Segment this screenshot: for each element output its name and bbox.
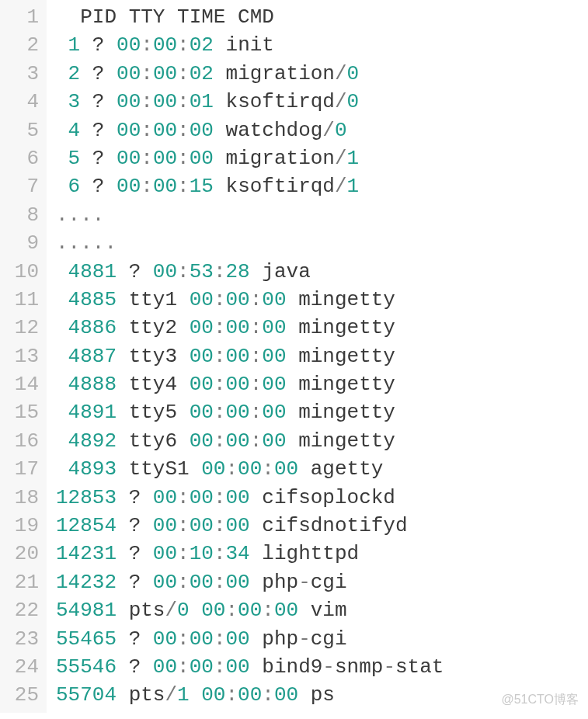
token: [56, 288, 68, 311]
code-line: 4881 ? 00:53:28 java: [56, 258, 444, 286]
token: PID: [80, 5, 117, 29]
token: [56, 401, 68, 424]
token: pts: [129, 683, 165, 707]
token: [117, 288, 129, 311]
token: 00: [153, 571, 177, 594]
token: bind9: [262, 655, 322, 679]
code-line: 12854 ? 00:00:00 cifsdnotifyd: [56, 512, 444, 540]
token: 00: [153, 90, 177, 113]
token: tty3: [129, 345, 177, 368]
token: [141, 542, 153, 565]
line-number: 9: [5, 229, 39, 257]
code-line: 2 ? 00:00:02 migration/0: [56, 60, 444, 88]
token: 4885: [68, 288, 117, 311]
token: [56, 429, 68, 453]
token: 00: [274, 457, 298, 481]
token: [177, 345, 190, 368]
token: 53: [190, 260, 214, 283]
token: 00: [117, 175, 141, 198]
token: lighttpd: [262, 542, 359, 565]
token: 00: [226, 401, 250, 424]
token: 10: [190, 542, 214, 565]
token: [117, 316, 129, 339]
token: :: [177, 260, 190, 283]
token: [80, 90, 92, 113]
token: [298, 683, 311, 707]
token: 00: [190, 119, 214, 142]
token: 4881: [68, 260, 117, 283]
line-number: 21: [5, 568, 39, 596]
token: 00: [153, 62, 177, 85]
token: pts: [129, 599, 165, 622]
token: :: [177, 33, 190, 57]
token: [56, 345, 68, 368]
token: tty6: [129, 429, 177, 453]
token: 4893: [68, 457, 117, 481]
token: ?: [129, 514, 141, 537]
token: mingetty: [298, 288, 395, 311]
token: :: [177, 62, 190, 85]
token: 00: [201, 599, 225, 622]
token: [117, 401, 129, 424]
token: ?: [129, 542, 141, 565]
token: [117, 457, 129, 481]
token: [250, 571, 263, 594]
code-line: 12853 ? 00:00:00 cifsoplockd: [56, 484, 444, 512]
token: ....: [56, 203, 104, 227]
token: 2: [68, 62, 81, 85]
token: :: [250, 316, 263, 339]
token: 00: [153, 514, 177, 537]
token: ?: [92, 147, 105, 170]
token: [214, 62, 226, 85]
token: mingetty: [298, 316, 395, 339]
token: 02: [190, 62, 214, 85]
token: :: [177, 571, 190, 594]
token: [250, 542, 263, 565]
code-line: 54981 pts/0 00:00:00 vim: [56, 596, 444, 624]
token: [177, 288, 190, 311]
token: ?: [92, 175, 105, 198]
line-number: 11: [5, 286, 39, 314]
token: :: [177, 627, 190, 651]
token: 00: [262, 345, 286, 368]
token: 00: [226, 429, 250, 453]
token: :: [177, 147, 190, 170]
token: migration: [226, 147, 335, 170]
token: 00: [190, 288, 214, 311]
code-line: 55704 pts/1 00:00:00 ps: [56, 681, 444, 709]
token: ttyS1: [129, 457, 190, 481]
token: mingetty: [298, 429, 395, 453]
token: [298, 599, 311, 622]
line-number: 17: [5, 455, 39, 483]
token: -: [383, 655, 395, 679]
token: [80, 62, 92, 85]
line-number: 1: [5, 3, 39, 31]
code-line: ....: [56, 201, 444, 229]
token: [165, 5, 177, 29]
token: [56, 5, 80, 29]
token: [117, 514, 129, 537]
token: [225, 5, 238, 29]
token: java: [262, 260, 310, 283]
token: ?: [129, 627, 141, 651]
token: [190, 457, 202, 481]
token: [56, 147, 68, 170]
line-number: 16: [5, 427, 39, 455]
token: mingetty: [298, 345, 395, 368]
code-line: 4 ? 00:00:00 watchdog/0: [56, 116, 444, 144]
token: 00: [190, 514, 214, 537]
token: ps: [311, 683, 335, 707]
code-line: PID TTY TIME CMD: [56, 3, 444, 31]
token: :: [262, 683, 274, 707]
token: /: [322, 119, 335, 142]
token: 54981: [56, 599, 117, 622]
token: 00: [117, 33, 141, 57]
line-number: 20: [5, 540, 39, 568]
token: ?: [129, 655, 141, 679]
token: tty5: [129, 401, 177, 424]
token: 00: [190, 373, 214, 396]
line-number: 19: [5, 512, 39, 540]
token: :: [250, 288, 263, 311]
token: init: [226, 33, 274, 57]
code-line: 4888 tty4 00:00:00 mingetty: [56, 370, 444, 398]
